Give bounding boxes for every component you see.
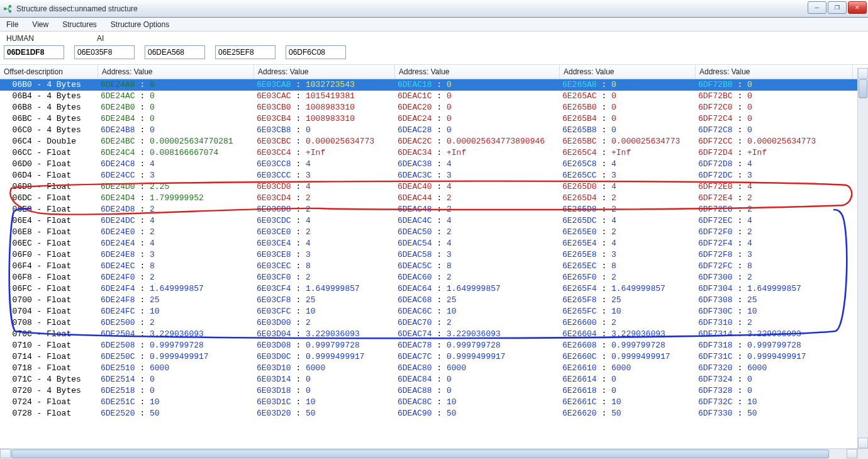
structure-grid[interactable]: 06B0 - 4 Bytes6DE24A8 : 06E03CA8 : 10327… — [0, 79, 868, 452]
address-value-cell: 6DF7310 : 2 — [698, 317, 855, 329]
table-row[interactable]: 06B0 - 4 Bytes6DE24A8 : 06E03CA8 : 10327… — [0, 79, 868, 91]
table-row[interactable]: 06FC - Float 6DE24F4 : 1.6499998576E03CF… — [0, 283, 868, 295]
table-row[interactable]: 0714 - Float 6DE250C : 0.99994999176E03D… — [0, 351, 868, 363]
address-value-cell: 6E265C4 : +Inf — [562, 147, 698, 159]
scroll-up-icon[interactable] — [858, 68, 868, 79]
menu-structure-options[interactable]: Structure Options — [108, 19, 172, 30]
table-row[interactable]: 06C4 - Double 6DE24BC : 0.00002563477028… — [0, 136, 868, 147]
address-value-cell: 6DE24B8 : 0 — [101, 125, 257, 136]
address-value-cell: 6DF72D8 : 4 — [698, 159, 855, 170]
address-value-cell: 6E26604 : 3.229036093 — [562, 329, 698, 340]
minimize-button[interactable]: ─ — [808, 1, 826, 14]
table-row[interactable]: 06C0 - 4 Bytes6DE24B8 : 06E03CB8 : 06DEA… — [0, 125, 868, 136]
address-value-cell: 6E03CB0 : 1008983310 — [257, 102, 398, 113]
table-row[interactable]: 06F0 - Float 6DE24E8 : 36E03CE8 : 36DEAC… — [0, 249, 868, 261]
offset-cell: 0708 - Float — [3, 317, 101, 329]
table-row[interactable]: 06F8 - Float 6DE24F0 : 26E03CF0 : 26DEAC… — [0, 272, 868, 283]
address-value-cell: 6DE24FC : 10 — [101, 306, 257, 317]
offset-cell: 0720 - 4 Bytes — [3, 385, 101, 397]
table-row[interactable]: 0704 - Float 6DE24FC : 106E03CFC : 106DE… — [0, 306, 868, 317]
table-row[interactable]: 06EC - Float 6DE24E4 : 46E03CE4 : 46DEAC… — [0, 238, 868, 249]
scroll-down-icon[interactable] — [858, 438, 868, 448]
address-input-2[interactable] — [145, 45, 205, 59]
scroll-thumb-v[interactable] — [859, 79, 867, 98]
address-value-cell: 6DF72FC : 8 — [698, 261, 855, 272]
address-value-cell: 6E03D00 : 2 — [257, 317, 398, 329]
address-input-0[interactable] — [4, 45, 64, 59]
close-button[interactable]: ✕ — [848, 1, 867, 14]
horizontal-scrollbar[interactable] — [0, 448, 857, 459]
table-row[interactable]: 070C - Float 6DE2504 : 3.2290360936E03D0… — [0, 329, 868, 340]
address-value-cell: 6DF732C : 10 — [698, 397, 855, 408]
address-value-cell: 6E265EC : 8 — [562, 261, 698, 272]
offset-cell: 06B0 - 4 Bytes — [3, 79, 101, 91]
offset-cell: 06E0 - Float — [3, 204, 101, 215]
menu-view[interactable]: View — [30, 19, 51, 30]
table-row[interactable]: 06F4 - Float 6DE24EC : 86E03CEC : 86DEAC… — [0, 261, 868, 272]
address-value-cell: 6E03D18 : 0 — [257, 385, 398, 397]
column-header-cell[interactable]: Address: Value — [560, 65, 696, 79]
offset-cell: 06DC - Float — [3, 193, 101, 204]
column-header-cell[interactable]: Address: Value — [696, 65, 853, 79]
table-row[interactable]: 0708 - Float 6DE2500 : 26E03D00 : 26DEAC… — [0, 317, 868, 329]
table-row[interactable]: 06E8 - Float 6DE24E0 : 26E03CE0 : 26DEAC… — [0, 227, 868, 238]
scroll-right-icon[interactable] — [847, 449, 857, 458]
table-row[interactable]: 06B4 - 4 Bytes6DE24AC : 06E03CAC : 10154… — [0, 91, 868, 102]
window-title: Structure dissect:unnamed structure — [16, 4, 138, 13]
table-row[interactable]: 06CC - Float 6DE24C4 : 0.0081666670746E0… — [0, 147, 868, 159]
table-row[interactable]: 071C - 4 Bytes6DE2514 : 06E03D14 : 06DEA… — [0, 374, 868, 385]
column-header-cell[interactable]: Address: Value — [254, 65, 395, 79]
table-row[interactable]: 0724 - Float 6DE251C : 106E03D1C : 106DE… — [0, 397, 868, 408]
address-value-cell: 6E03CD0 : 4 — [257, 181, 398, 193]
address-value-cell: 6DE2514 : 0 — [101, 374, 257, 385]
menu-structures[interactable]: Structures — [60, 19, 99, 30]
address-input-4[interactable] — [286, 45, 346, 59]
menu-file[interactable]: File — [4, 19, 21, 30]
table-row[interactable]: 06D4 - Float 6DE24CC : 36E03CCC : 36DEAC… — [0, 170, 868, 181]
table-row[interactable]: 06E4 - Float 6DE24DC : 46E03CDC : 46DEAC… — [0, 215, 868, 227]
maximize-button[interactable]: ❐ — [828, 1, 847, 14]
address-input-3[interactable] — [215, 45, 275, 59]
table-row[interactable]: 0710 - Float 6DE2508 : 0.9997997286E03D0… — [0, 340, 868, 351]
address-value-cell: 6DE24D4 : 1.799999952 — [101, 193, 257, 204]
address-value-cell: 6DEAC74 : 3.229036093 — [398, 329, 562, 340]
table-row[interactable]: 0700 - Float 6DE24F8 : 256E03CF8 : 256DE… — [0, 295, 868, 306]
table-row[interactable]: 0728 - Float 6DE2520 : 506E03D20 : 506DE… — [0, 408, 868, 419]
address-value-cell: 6DF72CC : 0.000025634773 — [698, 136, 855, 147]
address-value-cell: 6E03CDC : 4 — [257, 215, 398, 227]
address-value-cell: 6DE24AC : 0 — [101, 91, 257, 102]
table-row[interactable]: 06E0 - Float 6DE24D8 : 26E03CD8 : 26DEAC… — [0, 204, 868, 215]
address-value-cell: 6DF7324 : 0 — [698, 374, 855, 385]
scroll-left-icon[interactable] — [0, 449, 11, 458]
address-value-cell: 6DE2510 : 6000 — [101, 363, 257, 374]
titlebar: Structure dissect:unnamed structure ─ ❐ … — [0, 0, 868, 18]
address-value-cell: 6DF7304 : 1.649999857 — [698, 283, 855, 295]
table-row[interactable]: 06BC - 4 Bytes6DE24B4 : 06E03CB4 : 10089… — [0, 113, 868, 125]
address-value-cell: 6DEAC28 : 0 — [398, 125, 562, 136]
vertical-scrollbar[interactable] — [857, 68, 868, 448]
address-value-cell: 6DEAC58 : 3 — [398, 249, 562, 261]
table-row[interactable]: 0720 - 4 Bytes6DE2518 : 06E03D18 : 06DEA… — [0, 385, 868, 397]
address-value-cell: 6DEAC20 : 0 — [398, 102, 562, 113]
svg-rect-0 — [4, 8, 6, 10]
column-header-cell[interactable]: Address: Value — [395, 65, 560, 79]
address-value-cell: 6DEAC38 : 4 — [398, 159, 562, 170]
table-row[interactable]: 0718 - Float 6DE2510 : 60006E03D10 : 600… — [0, 363, 868, 374]
address-input-1[interactable] — [74, 45, 135, 59]
table-row[interactable]: 06D0 - Float 6DE24C8 : 46E03CC8 : 46DEAC… — [0, 159, 868, 170]
address-value-cell: 6E03CF0 : 2 — [257, 272, 398, 283]
offset-cell: 06C4 - Double — [3, 136, 101, 147]
address-value-cell: 6E03D20 : 50 — [257, 408, 398, 419]
address-value-cell: 6DE24D8 : 2 — [101, 204, 257, 215]
scroll-thumb-h[interactable] — [11, 450, 829, 458]
column-header-cell[interactable]: Offset-description — [0, 65, 98, 79]
address-value-cell: 6E26608 : 0.999799728 — [562, 340, 698, 351]
address-value-cell: 6E03CFC : 10 — [257, 306, 398, 317]
column-header-cell[interactable]: Address: Value — [98, 65, 254, 79]
address-value-cell: 6DE24B4 : 0 — [101, 113, 257, 125]
table-row[interactable]: 06B8 - 4 Bytes6DE24B0 : 06E03CB0 : 10089… — [0, 102, 868, 113]
table-row[interactable]: 06DC - Float 6DE24D4 : 1.7999999526E03CD… — [0, 193, 868, 204]
address-value-cell: 6E03CD4 : 2 — [257, 193, 398, 204]
address-value-cell: 6DF72E4 : 2 — [698, 193, 855, 204]
table-row[interactable]: 06D8 - Float 6DE24D0 : 2.256E03CD0 : 46D… — [0, 181, 868, 193]
